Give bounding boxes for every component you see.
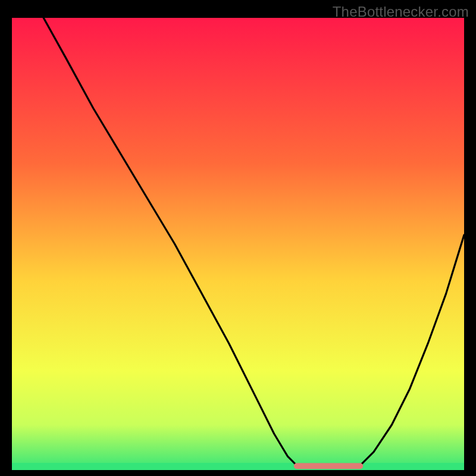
chart-svg [12,18,464,470]
plot-area [12,18,464,470]
chart-frame: TheBottlenecker.com [0,0,476,476]
floor-strip [12,463,464,470]
gradient-background [12,18,464,470]
